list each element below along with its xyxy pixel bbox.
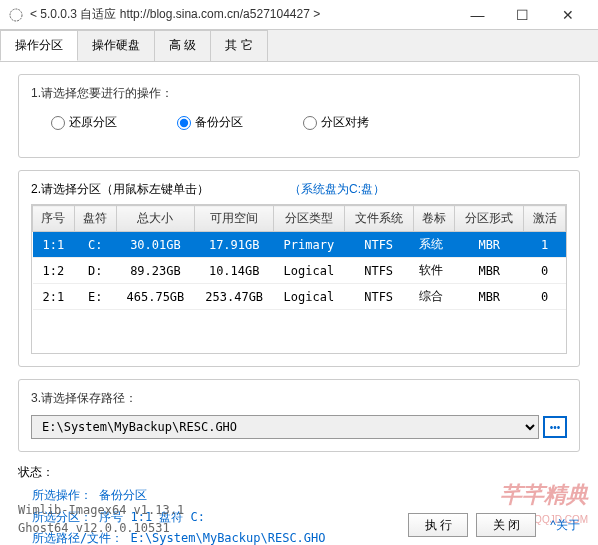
col-vol[interactable]: 卷标	[413, 206, 455, 232]
section-partition: 2.请选择分区（用鼠标左键单击） （系统盘为C:盘） 序号 盘符 总大小 可用空…	[18, 170, 580, 367]
path-input[interactable]: E:\System\MyBackup\RESC.GHO	[31, 415, 539, 439]
tab-other[interactable]: 其 它	[210, 30, 267, 61]
table-row[interactable]: 1:2D:89.23GB10.14GBLogicalNTFS软件MBR0	[33, 258, 566, 284]
path-label: 3.请选择保存路径：	[31, 390, 567, 407]
status-label: 状态：	[18, 464, 580, 481]
section-operation: 1.请选择您要进行的操作： 还原分区 备份分区 分区对拷	[18, 74, 580, 158]
partition-table-wrap[interactable]: 序号 盘符 总大小 可用空间 分区类型 文件系统 卷标 分区形式 激活 1:1C…	[31, 204, 567, 354]
browse-button[interactable]: •••	[543, 416, 567, 438]
section-path: 3.请选择保存路径： E:\System\MyBackup\RESC.GHO •…	[18, 379, 580, 452]
close-button[interactable]: 关 闭	[476, 513, 536, 537]
radio-restore-input[interactable]	[51, 116, 65, 130]
partition-label: 2.请选择分区（用鼠标左键单击）	[31, 181, 209, 198]
col-fs[interactable]: 文件系统	[344, 206, 413, 232]
close-window-button[interactable]: ✕	[545, 1, 590, 29]
operation-radio-group: 还原分区 备份分区 分区对拷	[31, 110, 567, 145]
tab-partition-ops[interactable]: 操作分区	[0, 30, 78, 61]
window-title: < 5.0.0.3 自适应 http://blog.sina.com.cn/a5…	[30, 6, 455, 23]
col-free[interactable]: 可用空间	[195, 206, 274, 232]
system-disk-hint: （系统盘为C:盘）	[289, 181, 385, 198]
col-total[interactable]: 总大小	[116, 206, 195, 232]
partition-table: 序号 盘符 总大小 可用空间 分区类型 文件系统 卷标 分区形式 激活 1:1C…	[32, 205, 566, 310]
app-icon	[8, 7, 24, 23]
radio-backup[interactable]: 备份分区	[177, 114, 243, 131]
table-row[interactable]: 2:1E:465.75GB253.47GBLogicalNTFS综合MBR0	[33, 284, 566, 310]
footer: Wimlib-Imagex64 v1.13.1 Ghost64 v12.0.0.…	[18, 501, 580, 537]
version-info: Wimlib-Imagex64 v1.13.1 Ghost64 v12.0.0.…	[18, 501, 408, 537]
radio-copy[interactable]: 分区对拷	[303, 114, 369, 131]
col-pstyle[interactable]: 分区形式	[455, 206, 524, 232]
table-row[interactable]: 1:1C:30.01GB17.91GBPrimaryNTFS系统MBR1	[33, 232, 566, 258]
tab-disk-ops[interactable]: 操作硬盘	[77, 30, 155, 61]
window-buttons: — ☐ ✕	[455, 1, 590, 29]
execute-button[interactable]: 执 行	[408, 513, 468, 537]
svg-point-0	[10, 9, 22, 21]
about-link[interactable]: ^关于	[550, 517, 580, 534]
col-ptype[interactable]: 分区类型	[274, 206, 345, 232]
maximize-button[interactable]: ☐	[500, 1, 545, 29]
radio-restore[interactable]: 还原分区	[51, 114, 117, 131]
col-seq[interactable]: 序号	[33, 206, 75, 232]
col-active[interactable]: 激活	[524, 206, 566, 232]
radio-copy-input[interactable]	[303, 116, 317, 130]
titlebar: < 5.0.0.3 自适应 http://blog.sina.com.cn/a5…	[0, 0, 598, 30]
content-area: 1.请选择您要进行的操作： 还原分区 备份分区 分区对拷 2.请选择分区（用鼠标…	[0, 62, 598, 545]
radio-backup-input[interactable]	[177, 116, 191, 130]
minimize-button[interactable]: —	[455, 1, 500, 29]
tab-advanced[interactable]: 高 级	[154, 30, 211, 61]
tab-bar: 操作分区 操作硬盘 高 级 其 它	[0, 30, 598, 62]
col-drive[interactable]: 盘符	[74, 206, 116, 232]
operation-label: 1.请选择您要进行的操作：	[31, 85, 567, 102]
